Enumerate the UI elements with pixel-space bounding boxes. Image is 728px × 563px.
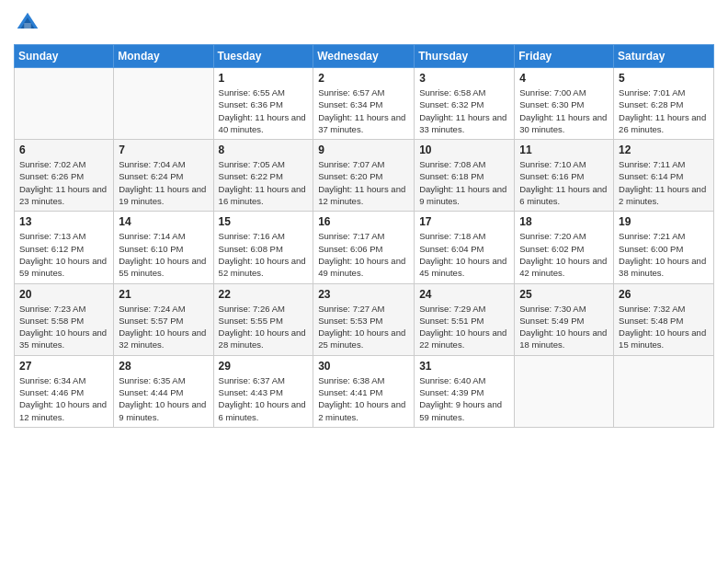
calendar-cell: 11Sunrise: 7:10 AMSunset: 6:16 PMDayligh…: [515, 140, 614, 212]
calendar-cell: 4Sunrise: 7:00 AMSunset: 6:30 PMDaylight…: [515, 68, 614, 140]
calendar-week-4: 20Sunrise: 7:23 AMSunset: 5:58 PMDayligh…: [15, 283, 714, 355]
calendar-cell: 2Sunrise: 6:57 AMSunset: 6:34 PMDaylight…: [313, 68, 415, 140]
header: [14, 9, 714, 37]
day-info: Sunrise: 7:14 AMSunset: 6:10 PMDaylight:…: [119, 230, 208, 279]
calendar-cell: 6Sunrise: 7:02 AMSunset: 6:26 PMDaylight…: [15, 140, 114, 212]
calendar-cell: 8Sunrise: 7:05 AMSunset: 6:22 PMDaylight…: [213, 140, 313, 212]
calendar-header-tuesday: Tuesday: [213, 45, 313, 68]
calendar-cell: [114, 68, 213, 140]
day-info: Sunrise: 7:26 AMSunset: 5:55 PMDaylight:…: [219, 303, 309, 351]
day-number: 15: [219, 215, 309, 228]
day-info: Sunrise: 7:05 AMSunset: 6:22 PMDaylight:…: [219, 158, 309, 207]
calendar-header-friday: Friday: [515, 45, 614, 68]
day-number: 4: [519, 72, 609, 85]
calendar-week-2: 6Sunrise: 7:02 AMSunset: 6:26 PMDaylight…: [15, 140, 714, 212]
day-number: 9: [318, 144, 409, 156]
calendar-cell: 14Sunrise: 7:14 AMSunset: 6:10 PMDayligh…: [114, 212, 213, 283]
day-info: Sunrise: 7:02 AMSunset: 6:26 PMDaylight:…: [19, 158, 108, 207]
day-number: 18: [519, 215, 609, 228]
day-number: 26: [619, 288, 709, 301]
day-info: Sunrise: 7:18 AMSunset: 6:04 PMDaylight:…: [419, 230, 509, 279]
day-number: 8: [219, 144, 309, 156]
calendar-cell: 1Sunrise: 6:55 AMSunset: 6:36 PMDaylight…: [213, 68, 313, 140]
calendar-cell: 21Sunrise: 7:24 AMSunset: 5:57 PMDayligh…: [114, 283, 213, 355]
page: SundayMondayTuesdayWednesdayThursdayFrid…: [0, 0, 728, 563]
calendar-week-3: 13Sunrise: 7:13 AMSunset: 6:12 PMDayligh…: [15, 212, 714, 283]
logo-icon: [14, 9, 41, 37]
calendar-cell: [15, 68, 114, 140]
calendar-cell: 24Sunrise: 7:29 AMSunset: 5:51 PMDayligh…: [415, 283, 515, 355]
day-number: 21: [119, 288, 208, 301]
calendar-cell: 18Sunrise: 7:20 AMSunset: 6:02 PMDayligh…: [515, 212, 614, 283]
calendar-cell: 3Sunrise: 6:58 AMSunset: 6:32 PMDaylight…: [415, 68, 515, 140]
calendar-cell: 27Sunrise: 6:34 AMSunset: 4:46 PMDayligh…: [15, 355, 114, 427]
day-number: 16: [318, 215, 409, 228]
day-number: 25: [519, 288, 609, 301]
day-number: 22: [219, 288, 309, 301]
day-info: Sunrise: 7:29 AMSunset: 5:51 PMDaylight:…: [419, 303, 509, 351]
day-info: Sunrise: 7:07 AMSunset: 6:20 PMDaylight:…: [318, 158, 409, 207]
day-info: Sunrise: 7:27 AMSunset: 5:53 PMDaylight:…: [318, 303, 409, 351]
day-info: Sunrise: 7:17 AMSunset: 6:06 PMDaylight:…: [318, 230, 409, 279]
calendar-cell: 28Sunrise: 6:35 AMSunset: 4:44 PMDayligh…: [114, 355, 213, 427]
day-info: Sunrise: 7:10 AMSunset: 6:16 PMDaylight:…: [519, 158, 609, 207]
calendar-cell: 7Sunrise: 7:04 AMSunset: 6:24 PMDaylight…: [114, 140, 213, 212]
calendar-cell: 26Sunrise: 7:32 AMSunset: 5:48 PMDayligh…: [614, 283, 714, 355]
day-number: 27: [19, 360, 108, 373]
day-number: 13: [19, 215, 108, 228]
day-number: 29: [219, 360, 309, 373]
day-number: 11: [519, 144, 609, 156]
calendar-header-thursday: Thursday: [415, 45, 515, 68]
day-info: Sunrise: 7:01 AMSunset: 6:28 PMDaylight:…: [619, 86, 709, 135]
day-number: 12: [619, 144, 709, 156]
day-info: Sunrise: 7:32 AMSunset: 5:48 PMDaylight:…: [619, 303, 709, 351]
day-info: Sunrise: 7:13 AMSunset: 6:12 PMDaylight:…: [19, 230, 108, 279]
day-number: 10: [419, 144, 509, 156]
day-number: 14: [119, 215, 208, 228]
calendar-header-sunday: Sunday: [15, 45, 114, 68]
calendar-week-1: 1Sunrise: 6:55 AMSunset: 6:36 PMDaylight…: [15, 68, 714, 140]
day-number: 30: [318, 360, 409, 373]
calendar-cell: 10Sunrise: 7:08 AMSunset: 6:18 PMDayligh…: [415, 140, 515, 212]
calendar-cell: [515, 355, 614, 427]
day-number: 2: [318, 72, 409, 85]
day-number: 23: [318, 288, 409, 301]
calendar-cell: 30Sunrise: 6:38 AMSunset: 4:41 PMDayligh…: [313, 355, 415, 427]
day-info: Sunrise: 7:04 AMSunset: 6:24 PMDaylight:…: [119, 158, 208, 207]
calendar-cell: 5Sunrise: 7:01 AMSunset: 6:28 PMDaylight…: [614, 68, 714, 140]
day-info: Sunrise: 6:35 AMSunset: 4:44 PMDaylight:…: [119, 374, 208, 423]
day-info: Sunrise: 7:08 AMSunset: 6:18 PMDaylight:…: [419, 158, 509, 207]
day-number: 5: [619, 72, 709, 85]
calendar-cell: 13Sunrise: 7:13 AMSunset: 6:12 PMDayligh…: [15, 212, 114, 283]
logo: [14, 9, 45, 37]
calendar-cell: 23Sunrise: 7:27 AMSunset: 5:53 PMDayligh…: [313, 283, 415, 355]
day-info: Sunrise: 6:55 AMSunset: 6:36 PMDaylight:…: [219, 86, 309, 135]
day-number: 20: [19, 288, 108, 301]
day-number: 24: [419, 288, 509, 301]
day-info: Sunrise: 7:23 AMSunset: 5:58 PMDaylight:…: [19, 303, 108, 351]
day-info: Sunrise: 6:40 AMSunset: 4:39 PMDaylight:…: [419, 374, 509, 423]
calendar-header-wednesday: Wednesday: [313, 45, 415, 68]
day-info: Sunrise: 7:20 AMSunset: 6:02 PMDaylight:…: [519, 230, 609, 279]
calendar-cell: 25Sunrise: 7:30 AMSunset: 5:49 PMDayligh…: [515, 283, 614, 355]
day-number: 31: [419, 360, 509, 373]
calendar-header-row: SundayMondayTuesdayWednesdayThursdayFrid…: [15, 45, 714, 68]
day-info: Sunrise: 6:57 AMSunset: 6:34 PMDaylight:…: [318, 86, 409, 135]
calendar-week-5: 27Sunrise: 6:34 AMSunset: 4:46 PMDayligh…: [15, 355, 714, 427]
calendar-cell: 9Sunrise: 7:07 AMSunset: 6:20 PMDaylight…: [313, 140, 415, 212]
svg-rect-2: [24, 23, 31, 29]
calendar-cell: 22Sunrise: 7:26 AMSunset: 5:55 PMDayligh…: [213, 283, 313, 355]
day-info: Sunrise: 7:11 AMSunset: 6:14 PMDaylight:…: [619, 158, 709, 207]
calendar-cell: 15Sunrise: 7:16 AMSunset: 6:08 PMDayligh…: [213, 212, 313, 283]
day-number: 7: [119, 144, 208, 156]
calendar-cell: 29Sunrise: 6:37 AMSunset: 4:43 PMDayligh…: [213, 355, 313, 427]
calendar-cell: 31Sunrise: 6:40 AMSunset: 4:39 PMDayligh…: [415, 355, 515, 427]
calendar-cell: 19Sunrise: 7:21 AMSunset: 6:00 PMDayligh…: [614, 212, 714, 283]
day-number: 1: [219, 72, 309, 85]
day-info: Sunrise: 6:34 AMSunset: 4:46 PMDaylight:…: [19, 374, 108, 423]
calendar-cell: 16Sunrise: 7:17 AMSunset: 6:06 PMDayligh…: [313, 212, 415, 283]
day-number: 6: [19, 144, 108, 156]
day-number: 17: [419, 215, 509, 228]
day-number: 3: [419, 72, 509, 85]
day-info: Sunrise: 7:24 AMSunset: 5:57 PMDaylight:…: [119, 303, 208, 351]
